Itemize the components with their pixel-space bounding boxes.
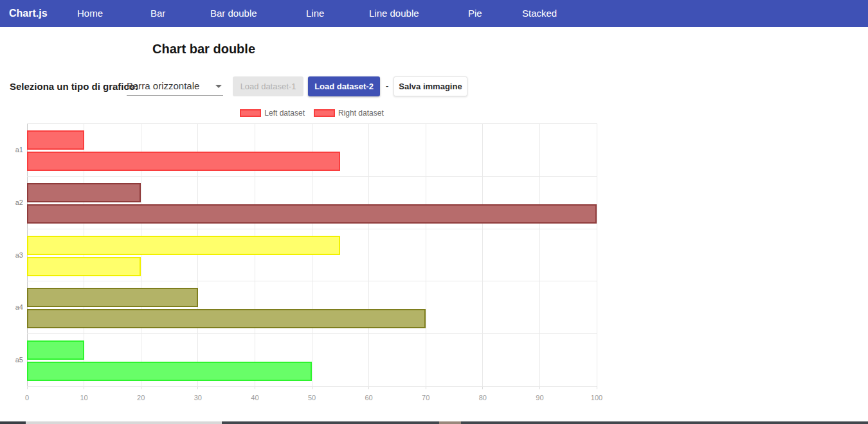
gridline-y-3	[27, 281, 597, 281]
chevron-down-icon	[215, 85, 222, 88]
gridline-y-4	[27, 333, 597, 334]
nav-item-line[interactable]: Line	[306, 0, 324, 27]
x-axis-label-30: 30	[194, 394, 202, 402]
gridline-x-90	[539, 123, 540, 386]
bar-a2-right-dataset[interactable]	[27, 204, 597, 224]
nav-item-bar[interactable]: Bar	[150, 0, 165, 27]
x-axis-label-40: 40	[251, 394, 258, 402]
bar-a1-left-dataset[interactable]	[27, 130, 84, 150]
x-axis-label-60: 60	[365, 394, 372, 402]
navbar: Chart.js HomeBarBar doubleLineLine doubl…	[0, 0, 868, 27]
y-axis-label-a3: a3	[1, 251, 23, 259]
bar-a4-left-dataset[interactable]	[27, 288, 198, 307]
chart-type-label: Seleziona un tipo di grafico:	[10, 76, 138, 96]
bottom-edge-segment-0	[0, 421, 26, 424]
y-axis-label-a1: a1	[1, 146, 23, 154]
gridline-x-70	[426, 123, 426, 386]
controls-separator: -	[384, 76, 390, 96]
bottom-edge-segment-1	[26, 421, 222, 424]
x-axis-label-100: 100	[591, 394, 602, 402]
x-axis-label-80: 80	[479, 394, 487, 402]
nav-brand[interactable]: Chart.js	[9, 0, 48, 27]
bar-a3-right-dataset[interactable]	[27, 257, 141, 276]
gridline-y-2	[27, 229, 597, 229]
nav-item-bar-double[interactable]: Bar double	[210, 0, 257, 27]
chart-legend: Left datasetRight dataset	[27, 109, 597, 118]
legend-label: Left dataset	[264, 109, 305, 118]
bottom-edge-segment-4	[461, 421, 868, 424]
plot-area: 0102030405060708090100a1a2a3a4a5	[27, 123, 597, 386]
nav-item-pie[interactable]: Pie	[468, 0, 482, 27]
legend-label: Right dataset	[338, 109, 384, 118]
chart-type-select[interactable]: Barra orizzontale	[127, 76, 223, 96]
x-axis-label-20: 20	[137, 394, 145, 402]
bar-a4-right-dataset[interactable]	[27, 309, 426, 328]
gridline-x-80	[482, 123, 483, 386]
y-axis-label-a2: a2	[1, 199, 23, 206]
gridline-y-0	[27, 123, 597, 124]
gridline-y-1	[27, 176, 597, 177]
load-dataset-1-button[interactable]: Load dataset-1	[233, 76, 303, 96]
save-image-button[interactable]: Salva immagine	[393, 76, 467, 96]
bar-a3-left-dataset[interactable]	[27, 236, 340, 255]
x-axis-label-10: 10	[80, 394, 87, 402]
bottom-edge-segment-2	[222, 421, 439, 424]
x-axis-label-90: 90	[536, 394, 543, 402]
nav-item-stacked[interactable]: Stacked	[522, 0, 557, 27]
legend-item-right-dataset[interactable]: Right dataset	[314, 109, 384, 118]
legend-swatch-icon	[314, 109, 335, 117]
gridline-x-100	[597, 123, 597, 386]
legend-swatch-icon	[240, 109, 261, 117]
chart-canvas: 0102030405060708090100a1a2a3a4a5	[0, 121, 611, 403]
x-axis-label-70: 70	[422, 394, 429, 402]
bottom-edge-segment-3	[439, 421, 461, 424]
legend-item-left-dataset[interactable]: Left dataset	[240, 109, 305, 118]
y-axis-label-a5: a5	[1, 356, 23, 364]
gridline-y-5	[27, 386, 597, 387]
nav-item-line-double[interactable]: Line double	[369, 0, 419, 27]
bar-a5-right-dataset[interactable]	[27, 362, 312, 381]
load-dataset-2-button[interactable]: Load dataset-2	[308, 76, 380, 96]
y-axis-label-a4: a4	[1, 303, 23, 311]
x-axis-label-0: 0	[25, 394, 29, 402]
bottom-edge-strip	[0, 421, 868, 424]
page-title: Chart bar double	[152, 42, 255, 57]
x-axis-label-50: 50	[308, 394, 316, 402]
bar-a1-right-dataset[interactable]	[27, 152, 340, 171]
bar-a5-left-dataset[interactable]	[27, 340, 84, 360]
chart-type-select-value: Barra orizzontale	[127, 76, 199, 95]
nav-item-home[interactable]: Home	[77, 0, 103, 27]
bar-a2-left-dataset[interactable]	[27, 183, 141, 202]
gridline-x-60	[368, 123, 369, 386]
